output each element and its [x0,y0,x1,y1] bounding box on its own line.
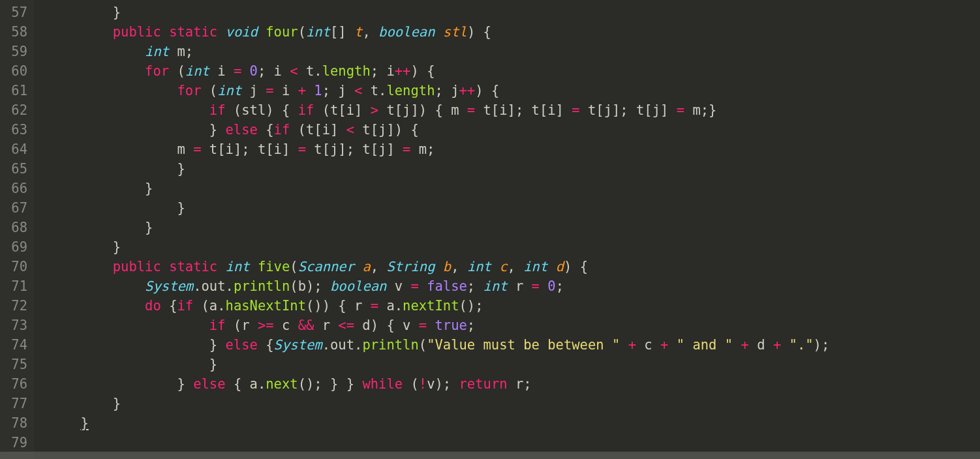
token: int [145,44,169,59]
token: t[j]; t[j] [306,141,403,157]
line-number: 68 [4,218,27,237]
token: = [371,298,378,314]
token: .out. [193,278,234,294]
token: , [362,24,378,40]
token: hasNextInt [226,298,306,314]
line-number: 70 [4,257,27,276]
line-number: 72 [4,296,27,316]
token: } [80,415,88,431]
token: next [266,376,298,392]
token: else [193,376,225,392]
token [419,278,427,294]
token: } [209,357,217,372]
code-line[interactable]: } [34,159,980,179]
code-line[interactable]: for (int j = i + 1; j < t.length; j++) { [34,81,980,100]
code-line[interactable]: } [34,237,980,257]
token: t[j]) { [354,122,419,138]
token: ++ [459,83,476,98]
code-line[interactable]: System.out.println(b); boolean v = false… [34,276,980,296]
token: (b); [290,278,330,294]
code-line[interactable]: } [34,198,980,218]
token: > [371,102,378,118]
token: 1 [314,83,322,98]
token: , [371,259,387,274]
token: (t[i] [314,102,370,118]
code-line[interactable]: } [34,3,980,22]
code-line[interactable]: public static int five(Scanner a, String… [34,257,980,276]
token: int [467,259,491,274]
token: < [354,83,362,98]
token: else [226,122,258,138]
token: ) { [410,63,435,79]
token: t[i]; t[i] [475,102,572,118]
code-line[interactable]: } [34,179,980,198]
token: c [274,318,298,333]
token: d [556,259,564,274]
code-editor[interactable]: 5758596061626364656667686970717273747576… [0,0,980,459]
code-line[interactable]: do {if (a.hasNextInt()) { r = a.nextInt(… [34,296,980,316]
token: ); [814,337,830,353]
token: 0 [250,63,258,79]
token: int [483,278,508,294]
token: = [234,63,241,79]
line-number: 57 [4,3,27,22]
token: = [403,141,410,157]
line-number-gutter: 5758596061626364656667686970717273747576… [0,0,34,459]
code-line[interactable]: } [34,218,980,237]
token: ( [419,337,427,353]
token: false [427,278,467,294]
token: < [290,63,298,79]
code-line[interactable]: } else {System.out.println("Value must b… [34,335,980,355]
token: (); } } [298,376,363,392]
code-line[interactable] [34,433,980,452]
code-area[interactable]: } public static void four(int[] t, boole… [34,0,980,459]
code-line[interactable]: if (r >= c && r <= d) { v = true; [34,316,980,335]
token [306,83,314,98]
token: = [532,278,540,294]
token: } [177,376,193,392]
token [733,337,741,353]
code-line[interactable]: } else {if (t[i] < t[j]) { [34,120,980,140]
token: (r [226,318,258,333]
token: for [145,63,169,79]
token [540,278,547,294]
token: + [741,337,749,353]
token: v); [427,376,459,392]
code-line[interactable]: if (stl) { if (t[i] > t[j]) { m = t[i]; … [34,100,980,120]
line-number: 69 [4,237,27,257]
code-line[interactable]: } [34,413,980,433]
token: { a. [226,376,266,392]
token: = [467,102,475,118]
token: t. [362,83,386,98]
code-line[interactable]: } [34,394,980,413]
token: = [298,141,306,157]
horizontal-scrollbar[interactable] [0,451,980,459]
token: } [145,220,153,235]
line-number: 66 [4,179,27,198]
token: t. [298,63,322,79]
token [620,337,628,353]
token: r; [508,376,532,392]
token [435,259,443,274]
token: ()) { r [306,298,371,314]
token: && [298,318,314,333]
line-number: 76 [4,374,27,394]
token: i [209,63,234,79]
code-line[interactable]: } else { a.next(); } } while (!v); retur… [34,374,980,394]
token: nextInt [403,298,459,314]
code-line[interactable]: } [34,355,980,374]
token: t[i]; t[i] [202,141,298,157]
token [161,259,169,274]
code-line[interactable]: m = t[i]; t[i] = t[j]; t[j] = m; [34,140,980,159]
code-line[interactable]: for (int i = 0; i < t.length; i++) { [34,61,980,81]
token: } [113,396,121,411]
token: static [169,259,217,274]
token: d [749,337,773,353]
token: ( [298,24,306,40]
token: System [145,278,193,294]
code-line[interactable]: public static void four(int[] t, boolean… [34,22,980,42]
token: i [274,83,298,98]
token: (a. [193,298,225,314]
token: int [306,24,330,40]
code-line[interactable]: int m; [34,42,980,61]
